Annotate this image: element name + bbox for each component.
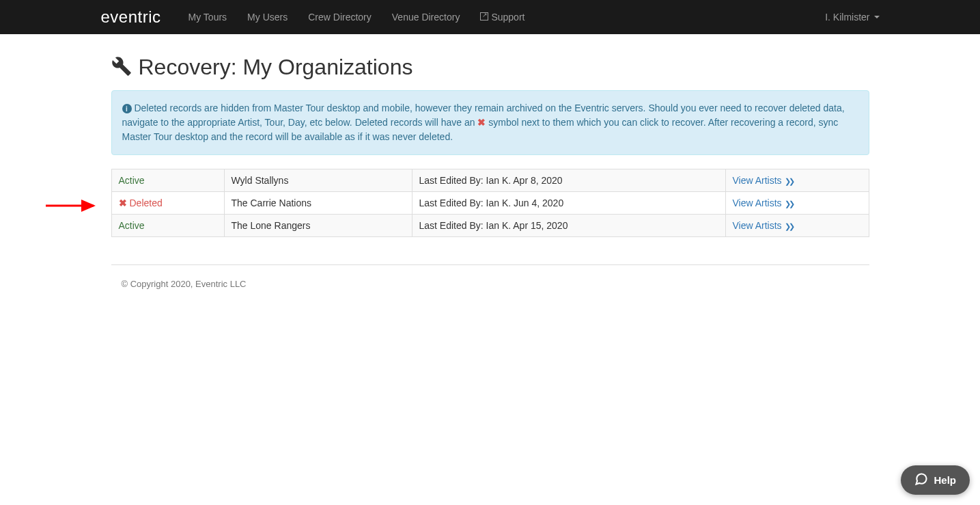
chevron-right-icon: ❯❯ [785,177,793,185]
status-cell: Active [111,215,224,237]
org-name-cell: The Carrie Nations [224,192,412,215]
status-label: Active [119,220,145,231]
nav-venue-directory[interactable]: Venue Directory [382,1,471,33]
last-edited-cell: Last Edited By: Ian K. Jun 4, 2020 [412,192,725,215]
org-name-cell: The Lone Rangers [224,215,412,237]
footer: © Copyright 2020, Eventric LLC [111,265,869,303]
view-artists-link[interactable]: View Artists ❯❯ [733,220,793,231]
annotation-arrow-icon [44,199,102,213]
nav-my-users[interactable]: My Users [237,1,298,33]
last-edited-cell: Last Edited By: Ian K. Apr 8, 2020 [412,169,725,192]
status-cell[interactable]: ✖Deleted [111,192,224,215]
table-row: ActiveThe Lone RangersLast Edited By: Ia… [111,215,869,237]
action-cell: View Artists ❯❯ [725,192,869,215]
nav-crew-directory[interactable]: Crew Directory [298,1,382,33]
x-icon: ✖ [477,117,486,128]
nav-support[interactable]: Support [470,1,535,33]
top-navbar: eventric My Tours My Users Crew Director… [0,0,980,34]
action-cell: View Artists ❯❯ [725,215,869,237]
delete-x-icon[interactable]: ✖ [119,197,127,208]
organizations-table: ActiveWyld StallynsLast Edited By: Ian K… [111,169,869,237]
info-alert: i Deleted records are hidden from Master… [111,90,869,155]
org-name-cell: Wyld Stallyns [224,169,412,192]
user-menu[interactable]: I. Kilmister [825,12,879,23]
status-label: Deleted [130,197,163,208]
user-name-label: I. Kilmister [825,12,869,23]
caret-down-icon [874,16,880,18]
external-link-icon [480,12,488,21]
last-edited-cell: Last Edited By: Ian K. Apr 15, 2020 [412,215,725,237]
status-label: Active [119,175,145,186]
brand-logo[interactable]: eventric [101,8,161,27]
table-row: ✖DeletedThe Carrie NationsLast Edited By… [111,192,869,215]
nav-my-tours[interactable]: My Tours [178,1,238,33]
info-icon: i [122,104,132,113]
page-header: Recovery: My Organizations [111,55,869,80]
chevron-right-icon: ❯❯ [785,200,793,208]
nav-support-label: Support [491,12,524,23]
chevron-right-icon: ❯❯ [785,222,793,230]
action-cell: View Artists ❯❯ [725,169,869,192]
copyright-text: © Copyright 2020, Eventric LLC [122,279,247,289]
view-artists-link[interactable]: View Artists ❯❯ [733,175,793,186]
nav-links: My Tours My Users Crew Directory Venue D… [178,1,535,33]
page-title: Recovery: My Organizations [139,55,413,80]
wrench-icon [111,56,132,79]
view-artists-link[interactable]: View Artists ❯❯ [733,197,793,208]
status-cell: Active [111,169,224,192]
table-row: ActiveWyld StallynsLast Edited By: Ian K… [111,169,869,192]
